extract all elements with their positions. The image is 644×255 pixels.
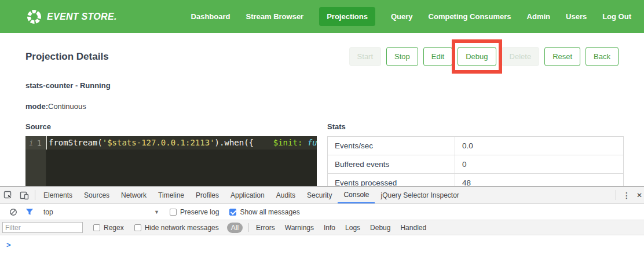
tab-profiles[interactable]: Profiles <box>190 187 225 203</box>
stats-section: Stats Events/sec 0.0 Buffered events 0 E… <box>327 122 624 186</box>
stat-name: Events/sec <box>328 137 455 155</box>
regex-checkbox[interactable]: Regex <box>93 224 124 232</box>
code-line-1: fromStream('$stats-127.0.0.1:2113').when… <box>46 136 317 150</box>
hide-network-messages-label: Hide network messages <box>145 224 219 232</box>
filter-level-debug[interactable]: Debug <box>370 224 390 232</box>
page-title: Projection Details <box>25 51 109 63</box>
preserve-log-checkbox[interactable]: Preserve log <box>170 208 219 216</box>
filter-input[interactable] <box>2 222 83 233</box>
nav-stream-browser[interactable]: Stream Browser <box>246 12 303 21</box>
tab-elements[interactable]: Elements <box>38 187 78 203</box>
console-toolbar: top ▼ Preserve log Show all messages <box>0 204 644 220</box>
tabbar-separator <box>35 190 35 200</box>
prompt-chevron-icon: > <box>6 241 11 249</box>
source-label: Source <box>25 122 317 131</box>
reset-button[interactable]: Reset <box>544 47 580 66</box>
console-prompt[interactable]: > <box>0 235 644 249</box>
source-section: Source i 1 fromStream('$stats-127.0.0.1:… <box>25 122 317 186</box>
delete-button[interactable]: Delete <box>502 47 540 66</box>
stats-table: Events/sec 0.0 Buffered events 0 Events … <box>327 136 624 186</box>
nav-dashboard[interactable]: Dashboard <box>191 12 230 21</box>
code-plain: ).when({ <box>215 138 254 147</box>
mode-label: mode: <box>25 102 48 111</box>
inspect-element-icon[interactable] <box>0 187 16 203</box>
event-store-ring-icon <box>27 9 42 24</box>
stop-button[interactable]: Stop <box>386 47 418 66</box>
edit-button[interactable]: Edit <box>423 47 452 66</box>
filter-level-info[interactable]: Info <box>324 224 335 232</box>
nav-query[interactable]: Query <box>391 12 413 21</box>
event-store-app: EVENT STORE. Dashboard Stream Browser Pr… <box>0 0 644 255</box>
devtools-menu-icon[interactable]: ⋮ <box>619 187 635 203</box>
tab-timeline[interactable]: Timeline <box>152 187 190 203</box>
stat-value: 48 <box>455 174 624 187</box>
tab-sources[interactable]: Sources <box>78 187 115 203</box>
regex-label: Regex <box>104 224 124 232</box>
filter-level-errors[interactable]: Errors <box>256 224 275 232</box>
filter-level-logs[interactable]: Logs <box>345 224 360 232</box>
stat-value: 0 <box>455 155 624 174</box>
mode-value: Continuous <box>48 102 86 111</box>
filter-level-all-badge[interactable]: All <box>227 223 243 233</box>
hide-network-messages-checkbox[interactable]: Hide network messages <box>134 224 219 232</box>
show-all-messages-checkbox[interactable]: Show all messages <box>229 208 299 216</box>
devtools-panel: Elements Sources Network Timeline Profil… <box>0 186 644 255</box>
device-toolbar-icon[interactable] <box>16 187 32 203</box>
context-value: top <box>43 208 53 216</box>
start-button[interactable]: Start <box>349 47 381 66</box>
tab-jquery-selector-inspector[interactable]: jQuery Selector Inspector <box>375 187 464 203</box>
gutter-info-marker: i <box>29 139 33 147</box>
console-filter-bar: Regex Hide network messages All Errors W… <box>0 220 644 235</box>
editor-code-area[interactable]: fromStream('$stats-127.0.0.1:2113').when… <box>46 136 317 186</box>
checkbox-unchecked[interactable] <box>134 224 141 231</box>
source-code-editor[interactable]: i 1 fromStream('$stats-127.0.0.1:2113').… <box>25 136 317 186</box>
code-space <box>302 138 307 147</box>
projection-mode: mode:Continuous <box>0 90 644 111</box>
tab-network[interactable]: Network <box>115 187 152 203</box>
top-nav-bar: EVENT STORE. Dashboard Stream Browser Pr… <box>0 0 644 33</box>
table-row: Buffered events 0 <box>328 155 624 174</box>
preserve-log-label: Preserve log <box>180 208 219 216</box>
stat-name: Events processed <box>328 174 455 187</box>
table-row: Events processed 48 <box>328 174 624 187</box>
nav-log-out[interactable]: Log Out <box>602 12 631 21</box>
code-keyword: fu <box>308 138 317 147</box>
table-row: Events/sec 0.0 <box>328 137 624 155</box>
stats-label: Stats <box>327 122 624 131</box>
filter-levels: Errors Warnings Info Logs Debug Handled <box>256 224 426 232</box>
projection-status: stats-counter - Running <box>0 66 644 90</box>
devtools-close-icon[interactable]: ✕ <box>635 187 644 203</box>
devtools-tabbar: Elements Sources Network Timeline Profil… <box>0 187 644 204</box>
checkbox-unchecked[interactable] <box>93 224 100 231</box>
logo-wordmark: EVENT STORE. <box>47 12 117 22</box>
main-nav: Dashboard Stream Browser Projections Que… <box>191 7 631 26</box>
nav-admin[interactable]: Admin <box>527 12 550 21</box>
filter-icon[interactable] <box>21 208 38 216</box>
checkbox-checked[interactable] <box>229 209 236 216</box>
stat-name: Buffered events <box>328 155 455 174</box>
filter-level-warnings[interactable]: Warnings <box>285 224 314 232</box>
nav-competing-consumers[interactable]: Competing Consumers <box>429 12 511 21</box>
nav-users[interactable]: Users <box>566 12 587 21</box>
event-store-logo[interactable]: EVENT STORE. <box>27 9 117 24</box>
code-string: '$stats-127.0.0.1:2113' <box>103 138 215 147</box>
clear-console-icon[interactable] <box>5 208 21 216</box>
debug-button[interactable]: Debug <box>458 47 496 66</box>
tab-console[interactable]: Console <box>338 187 375 203</box>
tabbar-right-separator <box>616 190 616 200</box>
show-all-messages-label: Show all messages <box>240 208 299 216</box>
code-gap <box>254 138 273 147</box>
code-plain: fromStream( <box>49 138 103 147</box>
chevron-down-icon: ▼ <box>154 209 159 215</box>
execution-context-selector[interactable]: top ▼ <box>43 208 159 216</box>
stat-value: 0.0 <box>455 137 624 155</box>
back-button[interactable]: Back <box>586 47 619 66</box>
filter-level-handled[interactable]: Handled <box>400 224 426 232</box>
checkbox-unchecked[interactable] <box>170 209 177 216</box>
code-atom: $init: <box>273 138 303 147</box>
tab-application[interactable]: Application <box>225 187 270 203</box>
nav-projections[interactable]: Projections <box>319 7 375 26</box>
tab-security[interactable]: Security <box>301 187 338 203</box>
tab-audits[interactable]: Audits <box>270 187 301 203</box>
projection-action-buttons: Start Stop Edit Debug Delete Reset Back <box>349 47 619 66</box>
